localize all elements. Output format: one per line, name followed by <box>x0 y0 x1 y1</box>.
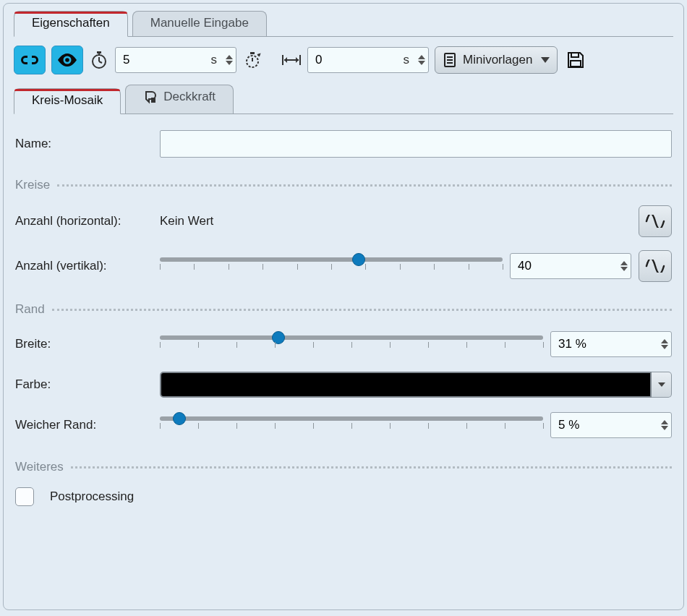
width-input[interactable] <box>557 336 607 352</box>
postprocessing-checkbox[interactable] <box>15 487 34 506</box>
name-label: Name: <box>15 137 153 151</box>
horizontal-offset-icon <box>281 50 302 70</box>
template-icon <box>443 52 457 68</box>
width-step-down[interactable] <box>661 345 668 349</box>
floppy-icon <box>566 51 585 69</box>
color-label: Farbe: <box>15 377 153 392</box>
eye-icon <box>58 54 77 67</box>
templates-dropdown[interactable]: Minivorlagen <box>435 46 558 74</box>
duration-unit: s <box>211 53 218 67</box>
svg-rect-16 <box>571 53 579 57</box>
sine-icon <box>645 260 665 273</box>
svg-rect-18 <box>151 98 155 103</box>
tab-properties-label: Eigenschaften <box>32 16 110 30</box>
width-slider[interactable] <box>160 330 543 359</box>
chevron-down-icon <box>658 382 665 387</box>
properties-panel: Eigenschaften Manuelle Eingabe <box>3 3 684 610</box>
tab-manual-input[interactable]: Manuelle Eingabe <box>132 11 267 36</box>
soft-edge-step-down[interactable] <box>661 426 668 430</box>
reset-time-icon[interactable] <box>242 50 263 70</box>
toolbar: s s <box>14 37 673 85</box>
tab-properties[interactable]: Eigenschaften <box>14 11 128 37</box>
duration-input[interactable] <box>121 52 172 68</box>
section-border-label: Rand <box>15 302 45 317</box>
svg-rect-17 <box>571 61 581 67</box>
section-more-label: Weiteres <box>15 460 64 474</box>
offset-step-down[interactable] <box>418 61 425 65</box>
mosaic-form: Name: Kreise Anzahl (horizontal): Kein W… <box>14 114 673 506</box>
soft-edge-slider[interactable] <box>160 411 543 440</box>
soft-edge-step-up[interactable] <box>661 420 668 424</box>
duration-step-up[interactable] <box>226 55 233 59</box>
count-vertical-spinbox[interactable] <box>510 253 631 279</box>
offset-spinbox[interactable]: s <box>307 47 429 73</box>
opacity-icon <box>143 90 158 104</box>
count-vertical-label: Anzahl (vertikal): <box>15 259 153 273</box>
section-border: Rand <box>15 302 672 317</box>
count-vertical-slider[interactable] <box>160 252 503 281</box>
postprocessing-label: Postprocessing <box>50 489 134 504</box>
stopwatch-icon <box>89 50 109 70</box>
section-circles: Kreise <box>15 178 672 192</box>
color-swatch[interactable] <box>160 372 652 398</box>
soft-edge-spinbox[interactable] <box>550 412 672 438</box>
duration-step-down[interactable] <box>226 61 233 65</box>
color-dropdown[interactable] <box>652 372 672 398</box>
soft-edge-input[interactable] <box>557 417 607 433</box>
count-vertical-input[interactable] <box>516 258 560 274</box>
tab-circle-mosaic[interactable]: Kreis-Mosaik <box>14 88 121 114</box>
tab-manual-input-label: Manuelle Eingabe <box>150 16 249 30</box>
count-horizontal-curve-button[interactable] <box>639 205 672 237</box>
width-label: Breite: <box>15 337 153 351</box>
name-input[interactable] <box>160 130 672 158</box>
svg-rect-2 <box>97 51 101 54</box>
tab-opacity[interactable]: Deckkraft <box>125 85 234 114</box>
link-toggle-button[interactable] <box>14 46 46 74</box>
save-button[interactable] <box>563 50 588 70</box>
section-more: Weiteres <box>15 460 672 474</box>
svg-line-5 <box>99 61 102 63</box>
tab-circle-mosaic-label: Kreis-Mosaik <box>32 93 103 107</box>
chevron-down-icon <box>541 57 550 63</box>
top-tabs: Eigenschaften Manuelle Eingabe <box>14 11 673 37</box>
tab-opacity-label: Deckkraft <box>163 90 216 104</box>
width-spinbox[interactable] <box>550 331 672 357</box>
soft-edge-label: Weicher Rand: <box>15 418 153 432</box>
templates-label: Minivorlagen <box>463 53 532 67</box>
offset-input[interactable] <box>314 52 364 68</box>
section-circles-label: Kreise <box>15 178 50 192</box>
preview-toggle-button[interactable] <box>51 46 83 74</box>
offset-step-up[interactable] <box>418 55 425 59</box>
sine-icon <box>645 215 665 228</box>
count-horizontal-value: Kein Wert <box>160 214 631 228</box>
svg-point-0 <box>65 58 69 62</box>
count-vertical-step-up[interactable] <box>620 261 628 265</box>
link-icon <box>20 54 39 66</box>
inner-tabs: Kreis-Mosaik Deckkraft <box>14 85 673 114</box>
duration-spinbox[interactable]: s <box>115 47 236 73</box>
offset-unit: s <box>404 53 410 67</box>
count-horizontal-label: Anzahl (horizontal): <box>15 214 153 228</box>
width-step-up[interactable] <box>661 339 668 343</box>
count-vertical-step-down[interactable] <box>620 267 628 271</box>
svg-rect-7 <box>250 52 255 54</box>
count-vertical-curve-button[interactable] <box>639 250 672 282</box>
